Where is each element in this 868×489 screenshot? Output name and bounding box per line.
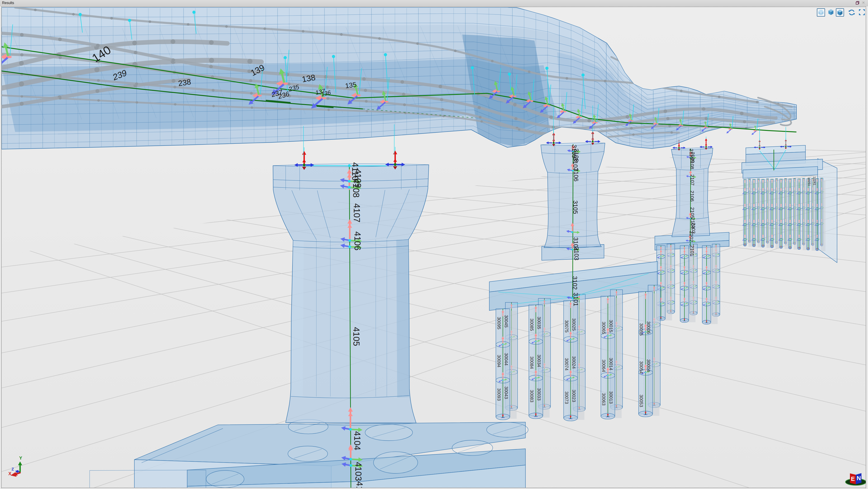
element-label: 30004 [646, 359, 651, 372]
element-label: 3102 [571, 276, 578, 290]
element-label: 4106 [353, 231, 362, 250]
element-label: 30015 [609, 320, 614, 332]
element-label: 4104 [352, 431, 362, 450]
element-label: 30045 [504, 315, 509, 327]
element-label: 30065 [601, 321, 606, 334]
element-label: 30085 [529, 318, 534, 331]
results-3d-viewport[interactable]: 1402392381392372362351381371361354110410… [1, 6, 866, 488]
close-window-icon[interactable]: ✕ [862, 1, 865, 5]
element-label: 2105 [689, 207, 695, 218]
element-label: 30093 [497, 388, 501, 401]
element-label: 30075 [564, 320, 569, 332]
window-title: Results [2, 1, 14, 5]
axis-label: X [8, 471, 11, 476]
viewport-3d-scene: 1402392381392372362351381371361354110410… [2, 7, 866, 488]
view-solid-cube-button[interactable] [827, 8, 835, 17]
element-label: 30063 [601, 393, 606, 405]
element-label: 2108 [689, 158, 695, 169]
element-label: 30033 [536, 388, 541, 401]
view-solid-cube-outlined-button[interactable] [836, 8, 844, 17]
view-wireframe-cube-button[interactable] [817, 8, 825, 17]
nav-cube-east-face: E [851, 476, 855, 482]
element-label: 2101 [689, 245, 695, 256]
element-label: 30094 [497, 355, 501, 367]
element-label: 10251 [807, 177, 811, 186]
element-label: 3103 [573, 247, 580, 260]
element-label: 41 [355, 481, 364, 488]
restore-window-icon[interactable] [856, 1, 859, 4]
element-label: 30024 [571, 356, 577, 369]
element-label: 30083 [529, 390, 534, 402]
element-label: 10241 [813, 177, 816, 185]
axis-label: Z [11, 467, 14, 471]
fit-screen-icon [858, 8, 866, 16]
element-label: 30035 [536, 316, 541, 329]
element-label: 3105 [572, 200, 579, 214]
element-label: 30084 [529, 356, 534, 369]
element-label: 238 [178, 78, 191, 88]
abutment [742, 138, 837, 263]
axis-label: Y [19, 456, 22, 460]
element-label: 4105 [351, 327, 361, 346]
nav-cube[interactable]: EN [845, 472, 866, 485]
wireframe-cube-icon [817, 9, 825, 16]
element-label: 4107 [352, 203, 362, 222]
element-label: 30064 [601, 359, 606, 372]
element-label: 2107 [689, 175, 695, 185]
element-label: 30023 [571, 390, 577, 402]
pier-1 [90, 147, 528, 488]
element-label: 30054 [639, 361, 644, 374]
element-label: 30013 [609, 391, 614, 404]
view-fit-screen-button[interactable] [858, 8, 866, 17]
element-label: 30005 [646, 321, 651, 334]
element-label: 30073 [564, 392, 569, 404]
nav-cube-north-face: N [857, 475, 861, 481]
element-label: 3101 [572, 293, 579, 306]
element-label: 30055 [639, 323, 644, 336]
solid-cube-icon [827, 8, 835, 16]
element-label: 4108 [351, 179, 361, 198]
title-bar: Results ✕ [0, 0, 868, 6]
element-label: 30014 [609, 358, 614, 370]
element-label: 4103 [353, 462, 363, 481]
element-label: 30044 [504, 353, 509, 365]
axis-triad: YZX [8, 456, 22, 477]
element-label: 30074 [564, 358, 569, 370]
element-label: 30095 [497, 317, 501, 329]
element-label: 30043 [504, 386, 509, 399]
element-label: 3106 [572, 168, 579, 181]
element-label: 2106 [689, 191, 695, 201]
refresh-icon [848, 8, 856, 17]
element-label: 30034 [536, 354, 541, 367]
element-label: 2102 [689, 231, 694, 242]
solid-cube-outlined-icon [836, 9, 843, 16]
element-label: 30025 [571, 318, 577, 330]
element-label: 135 [345, 81, 357, 90]
view-refresh-button[interactable] [848, 8, 856, 17]
window-controls: ✕ [856, 1, 865, 5]
element-label: 30053 [639, 395, 644, 407]
